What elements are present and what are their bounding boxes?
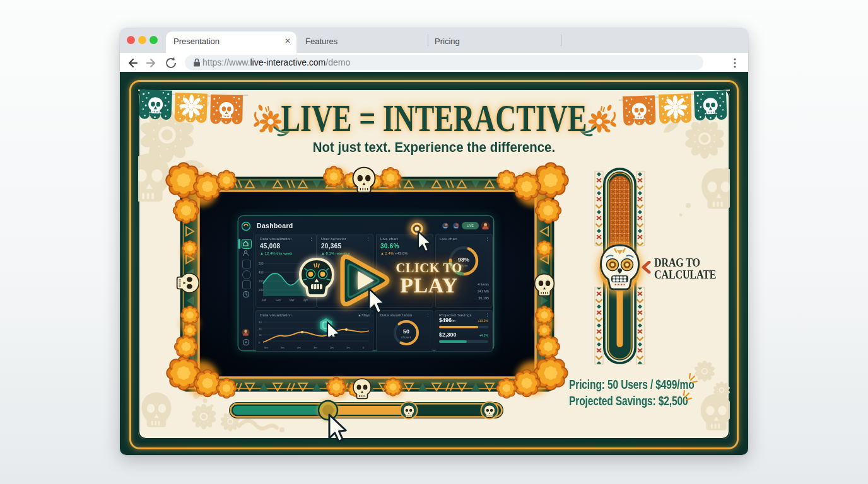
svg-text:400: 400 bbox=[259, 271, 264, 274]
svg-text:40: 40 bbox=[259, 321, 262, 324]
svg-text:20: 20 bbox=[259, 333, 262, 337]
svg-text:Jan: Jan bbox=[262, 299, 267, 302]
svg-text:500: 500 bbox=[259, 262, 264, 265]
svg-text:300: 300 bbox=[259, 280, 264, 283]
svg-text:1m: 1m bbox=[346, 346, 350, 349]
svg-text:5m: 5m bbox=[281, 346, 284, 349]
svg-text:3m: 3m bbox=[314, 346, 317, 349]
svg-text:0: 0 bbox=[259, 341, 261, 344]
svg-text:30: 30 bbox=[259, 327, 262, 330]
svg-text:4m: 4m bbox=[297, 346, 301, 349]
svg-text:200: 200 bbox=[259, 289, 264, 292]
svg-text:6m: 6m bbox=[264, 346, 268, 349]
svg-text:0: 0 bbox=[363, 346, 365, 349]
svg-text:2m: 2m bbox=[330, 346, 334, 349]
